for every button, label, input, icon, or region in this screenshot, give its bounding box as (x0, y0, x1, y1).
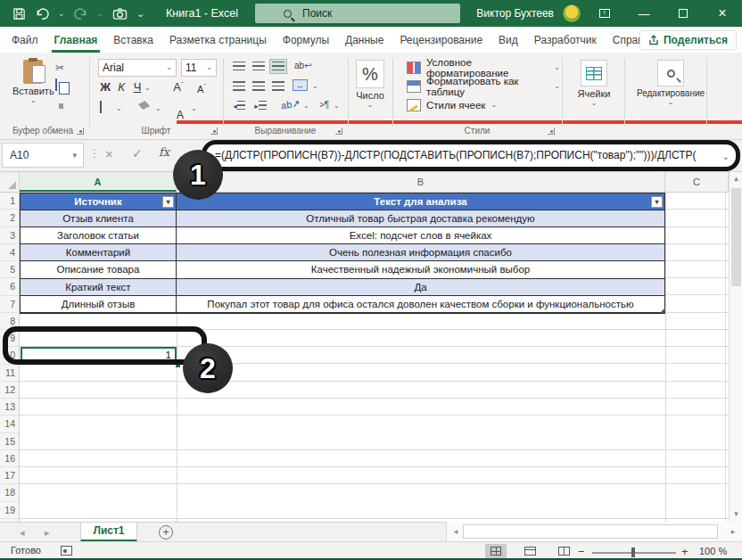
chevron-down-icon[interactable]: ⌄ (155, 106, 161, 111)
prev-sheet-icon[interactable]: ◂ (20, 523, 25, 542)
cell-text[interactable]: Очень полезная информация спасибо (177, 244, 664, 260)
font-size-select[interactable]: 11⌄ (181, 59, 217, 77)
align-bottom-button[interactable] (269, 59, 287, 74)
clipboard-dialog-launcher-icon[interactable] (77, 128, 84, 135)
cut-button[interactable]: ✂ (55, 62, 70, 74)
page-break-view-button[interactable] (553, 544, 574, 558)
copy-button[interactable] (55, 79, 57, 90)
ribbon-display-options-button[interactable] (585, 0, 624, 27)
row-header-11[interactable]: 11 (0, 365, 19, 382)
decrease-indent-button[interactable]: ◂ (230, 98, 248, 113)
scroll-right-icon[interactable]: ▸ (726, 522, 740, 541)
zoom-slider-thumb[interactable] (631, 548, 635, 557)
fill-color-icon[interactable] (138, 101, 150, 110)
account-area[interactable]: Виктор Бухтеев (476, 0, 581, 27)
ribbon-tab-7[interactable]: Рецензирование (397, 27, 485, 53)
align-left-button[interactable] (230, 78, 248, 94)
filter-dropdown-icon[interactable]: ▾ (651, 196, 663, 208)
vertical-scroll-thumb[interactable] (731, 188, 741, 286)
alignment-dialog-launcher-icon[interactable] (335, 128, 342, 135)
align-middle-button[interactable] (250, 59, 268, 74)
cell-text[interactable]: Качественный надежный экономичный выбор (177, 261, 664, 277)
chevron-down-icon[interactable]: ⌄ (303, 103, 309, 109)
save-icon[interactable] (12, 7, 26, 21)
bold-button[interactable]: Ж (98, 80, 112, 94)
horizontal-scroll-thumb[interactable] (463, 524, 718, 539)
cell-text[interactable]: Отличный товар быстрая доставка рекоменд… (177, 210, 664, 226)
cell-text[interactable]: Покупал этот товар для офиса остался дов… (177, 296, 664, 312)
borders-button[interactable] (100, 102, 102, 112)
expand-formula-bar-icon[interactable]: ⌄ (722, 152, 730, 161)
style-button-1[interactable]: Условное форматирование⌄ (400, 58, 560, 77)
zoom-out-icon[interactable]: − (578, 545, 585, 558)
chevron-down-icon[interactable]: ⌄ (116, 106, 122, 111)
next-sheet-icon[interactable]: ▸ (45, 523, 50, 542)
row-header-3[interactable]: 3 (0, 227, 19, 244)
align-top-button[interactable] (230, 59, 248, 74)
ribbon-tab-2[interactable]: Главная (52, 27, 101, 53)
filter-dropdown-icon[interactable]: ▾ (162, 196, 174, 208)
row-header-15[interactable]: 15 (0, 433, 19, 450)
shrink-font-button[interactable]: Аˇ (194, 82, 209, 95)
confirm-entry-icon[interactable]: ✓ (132, 146, 143, 161)
cell-source[interactable]: Комментарий (21, 244, 177, 260)
cancel-entry-icon[interactable]: × (105, 146, 113, 161)
minimize-button[interactable]: — (624, 0, 664, 27)
zoom-level[interactable]: 100 % (699, 546, 727, 556)
share-button[interactable]: Поделиться (639, 30, 737, 50)
undo-icon[interactable] (35, 7, 49, 21)
table-header-text[interactable]: Текст для анализа▾ (177, 194, 664, 210)
scroll-up-icon[interactable]: ▲ (730, 172, 742, 186)
chevron-down-icon[interactable]: ⌄ (191, 106, 197, 111)
underline-button[interactable]: Ч (130, 80, 144, 94)
formula-input[interactable]: =(ДЛСТР(ПРОПИСН(B7))-ДЛСТР(ПОДСТАВИТЬ(ПР… (215, 144, 716, 167)
chevron-down-icon[interactable]: ⌄ (312, 84, 318, 89)
font-dialog-launcher-icon[interactable] (210, 128, 218, 135)
horizontal-scrollbar[interactable]: ◂ ▸ (446, 522, 742, 541)
zoom-in-icon[interactable]: + (681, 545, 688, 558)
add-sheet-icon[interactable]: + (159, 525, 173, 539)
column-header-c[interactable]: C (665, 172, 729, 192)
number-format-button[interactable]: % Число ⌄ (353, 60, 387, 108)
select-all-corner[interactable] (0, 172, 20, 192)
row-header-19[interactable]: 19 (0, 502, 19, 519)
paste-button[interactable]: Вставить ⌄ (12, 60, 54, 103)
row-header-1[interactable]: 1 (0, 193, 19, 210)
row-header-7[interactable]: 7 (0, 296, 19, 313)
vertical-scrollbar[interactable]: ▲ ▼ (729, 172, 742, 522)
cells-button[interactable]: Ячейки ⌄ (569, 60, 619, 106)
cell-source[interactable]: Краткий текст (21, 279, 177, 295)
table-header-source[interactable]: Источник▾ (21, 194, 177, 210)
chevron-down-icon[interactable]: ⌄ (334, 103, 340, 109)
column-header-a[interactable]: A (20, 172, 177, 192)
insert-function-icon[interactable]: fx (159, 145, 169, 159)
row-header-17[interactable]: 17 (0, 467, 19, 484)
row-header-12[interactable]: 12 (0, 382, 19, 399)
row-header-16[interactable]: 16 (0, 450, 19, 467)
macro-record-icon[interactable] (61, 546, 72, 556)
wrap-text-button[interactable]: ab↩ (294, 61, 312, 70)
cell-text[interactable]: Excel: подсчет слов в ячейках (177, 227, 664, 243)
cell-source[interactable]: Отзыв клиента (21, 210, 177, 226)
search-input[interactable]: Поиск (255, 4, 460, 23)
cell-text[interactable]: Да (177, 279, 664, 295)
page-layout-view-button[interactable] (519, 544, 540, 558)
name-box[interactable]: A10▾ (2, 143, 84, 168)
row-header-13[interactable]: 13 (0, 399, 19, 416)
increase-indent-button[interactable]: ▸ (251, 98, 269, 113)
styles-dialog-launcher-icon[interactable] (548, 128, 555, 135)
style-button-3[interactable]: Стили ячеек⌄ (400, 95, 560, 114)
align-center-button[interactable] (250, 78, 268, 94)
collapse-ribbon-icon[interactable]: ⌃ (722, 120, 730, 130)
italic-button[interactable]: К (114, 80, 128, 94)
camera-icon[interactable] (112, 7, 128, 21)
grow-font-button[interactable]: Аˆ (171, 80, 186, 94)
ribbon-tab-9[interactable]: Разработчик (532, 27, 599, 53)
merge-center-icon[interactable]: ↔ (293, 79, 308, 91)
style-button-2[interactable]: Форматировать как таблицу⌄ (400, 77, 560, 95)
align-right-button[interactable] (269, 78, 287, 94)
undo-dropdown-icon[interactable]: ⌄ (58, 11, 65, 16)
row-header-4[interactable]: 4 (0, 244, 19, 261)
cell-source[interactable]: Описание товара (21, 261, 177, 277)
cell-source[interactable]: Длинный отзыв (21, 296, 177, 312)
